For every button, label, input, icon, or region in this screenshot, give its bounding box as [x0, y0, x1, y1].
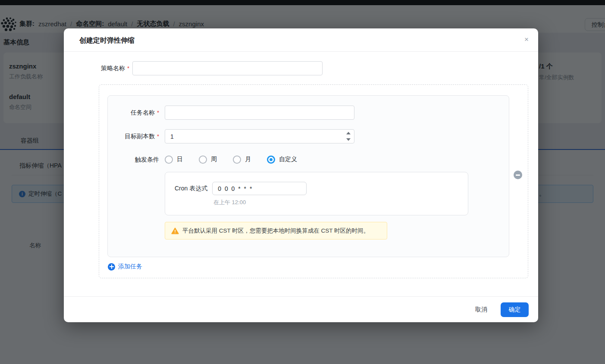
- policy-name-input[interactable]: [132, 61, 323, 75]
- add-task-button[interactable]: 添加任务: [108, 263, 142, 271]
- modal-title: 创建定时弹性伸缩: [79, 36, 135, 45]
- target-replicas-input[interactable]: [165, 129, 354, 143]
- modal-footer: 取消 确定: [64, 296, 538, 322]
- warning-text: 平台默认采用 CST 时区，您需要把本地时间换算成在 CST 时区的时间。: [182, 227, 369, 235]
- stepper-down-icon[interactable]: [346, 138, 351, 141]
- number-stepper: [346, 132, 351, 141]
- required-mark: *: [157, 133, 159, 140]
- radio-custom[interactable]: 自定义: [267, 156, 297, 164]
- target-replicas-row: 目标副本数*: [108, 129, 354, 143]
- plus-circle-icon: [108, 263, 115, 271]
- cancel-button[interactable]: 取消: [475, 306, 487, 314]
- radio-checked-icon: [267, 156, 275, 164]
- trigger-condition-row: 触发条件 日 周 月: [108, 154, 297, 165]
- task-card: 任务名称* 目标副本数* 触发条件: [107, 95, 509, 257]
- close-icon[interactable]: ×: [524, 35, 529, 44]
- cron-hint-text: 在上午 12:00: [213, 199, 246, 206]
- modal-header: 创建定时弹性伸缩 ×: [64, 28, 538, 52]
- timezone-warning-alert: 平台默认采用 CST 时区，您需要把本地时间换算成在 CST 时区的时间。: [165, 222, 387, 240]
- task-name-row: 任务名称*: [108, 106, 354, 120]
- task-name-input[interactable]: [165, 106, 354, 120]
- required-mark: *: [157, 109, 159, 116]
- required-mark: *: [127, 65, 129, 72]
- radio-icon: [233, 156, 241, 164]
- target-replicas-label: 目标副本数: [125, 133, 155, 140]
- trigger-condition-label: 触发条件: [135, 156, 159, 163]
- radio-icon: [199, 156, 207, 164]
- warning-triangle-icon: [171, 227, 179, 234]
- cron-expression-label: Cron 表达式: [175, 185, 207, 193]
- cron-expression-panel: Cron 表达式 在上午 12:00: [165, 172, 468, 215]
- add-task-label: 添加任务: [118, 263, 142, 271]
- task-list-container: 任务名称* 目标副本数* 触发条件: [99, 84, 528, 278]
- task-name-label: 任务名称: [131, 109, 155, 116]
- radio-icon: [165, 156, 173, 164]
- policy-name-row: 策略名称*: [79, 61, 323, 75]
- cron-expression-input[interactable]: [212, 182, 307, 195]
- remove-task-button[interactable]: [514, 171, 522, 179]
- policy-name-label: 策略名称: [101, 65, 125, 72]
- stepper-up-icon[interactable]: [346, 132, 351, 134]
- create-scheduled-hpa-modal: 创建定时弹性伸缩 × 策略名称* 任务名称* 目标副本数*: [64, 28, 538, 322]
- confirm-button[interactable]: 确定: [501, 302, 529, 317]
- trigger-radio-group: 日 周 月 自定义: [165, 156, 297, 164]
- radio-week[interactable]: 周: [199, 156, 217, 164]
- radio-day[interactable]: 日: [165, 156, 183, 164]
- radio-month[interactable]: 月: [233, 156, 251, 164]
